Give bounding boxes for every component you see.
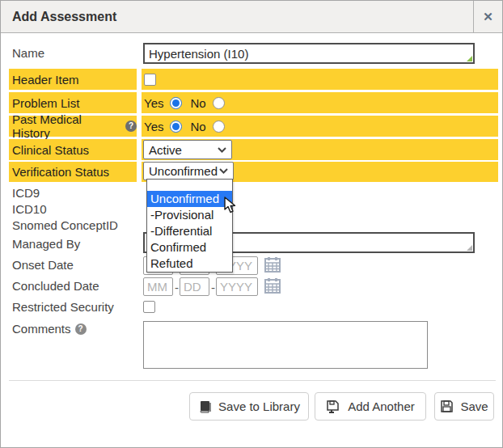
help-icon[interactable]: ? (75, 323, 87, 335)
clinical-status-select[interactable]: Active (143, 140, 232, 159)
concluded-day-input[interactable]: DD (180, 277, 209, 296)
add-assessment-dialog: Add Assessment ✕ Name Hypertension (I10)… (0, 0, 503, 448)
clinical-status-value: Active (149, 143, 182, 157)
icd9-label: ICD9 (12, 186, 40, 200)
verification-status-dropdown: Unconfirmed -Provisional -Differential C… (146, 179, 233, 273)
calendar-icon[interactable] (264, 277, 281, 294)
header-item-row: Header Item (9, 69, 498, 90)
concluded-year-input[interactable]: YYYY (216, 277, 258, 296)
save-icon (440, 399, 454, 413)
dropdown-option-blank[interactable] (147, 180, 232, 191)
clinical-status-label: Clinical Status (9, 139, 137, 160)
snomed-conceptid-label: Snomed ConceptID (12, 218, 118, 232)
name-input[interactable]: Hypertension (I10) (143, 43, 475, 64)
dropdown-option-provisional[interactable]: -Provisional (147, 207, 232, 223)
close-icon[interactable]: ✕ (473, 1, 502, 32)
problem-list-label: Problem List (9, 92, 137, 113)
comments-textarea[interactable] (143, 321, 428, 369)
concluded-month-input[interactable]: MM (143, 277, 173, 296)
comments-label: Comments (12, 322, 71, 336)
verification-status-value: Unconfirmed (149, 164, 218, 178)
dialog-titlebar[interactable]: Add Assessment ✕ (1, 1, 502, 33)
header-item-label: Header Item (9, 69, 137, 90)
problem-list-row: Problem List Yes No (9, 92, 498, 113)
pmh-no-label: No (190, 120, 205, 133)
problem-list-no-label: No (190, 96, 205, 110)
pmh-yes-label: Yes (144, 120, 163, 133)
restricted-security-checkbox[interactable] (143, 301, 155, 313)
problem-list-no-radio[interactable] (213, 97, 225, 109)
past-medical-history-row: Past Medical History ? Yes No (9, 116, 498, 137)
mouse-cursor-icon (224, 197, 239, 214)
calendar-icon[interactable] (264, 256, 281, 273)
restricted-security-label: Restricted Security (12, 300, 114, 314)
save-to-library-button[interactable]: Save to Library (189, 392, 309, 421)
header-item-checkbox[interactable] (144, 74, 156, 86)
date-separator: - (211, 281, 215, 294)
date-separator: - (175, 281, 179, 294)
verification-status-row: Verification Status (9, 162, 498, 182)
add-another-label: Add Another (348, 399, 415, 413)
concluded-date-label: Concluded Date (12, 279, 99, 293)
verification-status-select[interactable]: Unconfirmed (143, 162, 234, 180)
chevron-down-icon (219, 168, 228, 174)
help-icon[interactable]: ? (125, 120, 137, 132)
save-button[interactable]: Save (434, 392, 494, 421)
dropdown-option-unconfirmed[interactable]: Unconfirmed (147, 191, 232, 207)
past-medical-history-label: Past Medical History (12, 112, 121, 140)
dropdown-option-refuted[interactable]: Refuted (147, 256, 232, 272)
name-label: Name (12, 46, 44, 60)
book-icon (198, 400, 212, 413)
save-plus-icon (326, 399, 341, 413)
dropdown-option-differential[interactable]: -Differential (147, 223, 232, 239)
footer-divider (9, 380, 496, 381)
pmh-no-radio[interactable] (213, 120, 225, 133)
save-label: Save (460, 399, 488, 413)
add-another-button[interactable]: Add Another (315, 392, 426, 421)
onset-date-label: Onset Date (12, 258, 74, 272)
dropdown-option-confirmed[interactable]: Confirmed (147, 239, 232, 256)
problem-list-yes-label: Yes (144, 96, 163, 110)
save-to-library-label: Save to Library (218, 399, 300, 413)
managed-by-label: Managed By (12, 237, 80, 251)
dialog-title: Add Assessment (12, 1, 116, 32)
pmh-yes-radio[interactable] (170, 120, 182, 133)
icd10-label: ICD10 (12, 202, 47, 216)
verification-status-label: Verification Status (9, 162, 137, 182)
clinical-status-row: Clinical Status (9, 139, 498, 160)
chevron-down-icon (218, 147, 226, 153)
problem-list-yes-radio[interactable] (170, 97, 182, 109)
